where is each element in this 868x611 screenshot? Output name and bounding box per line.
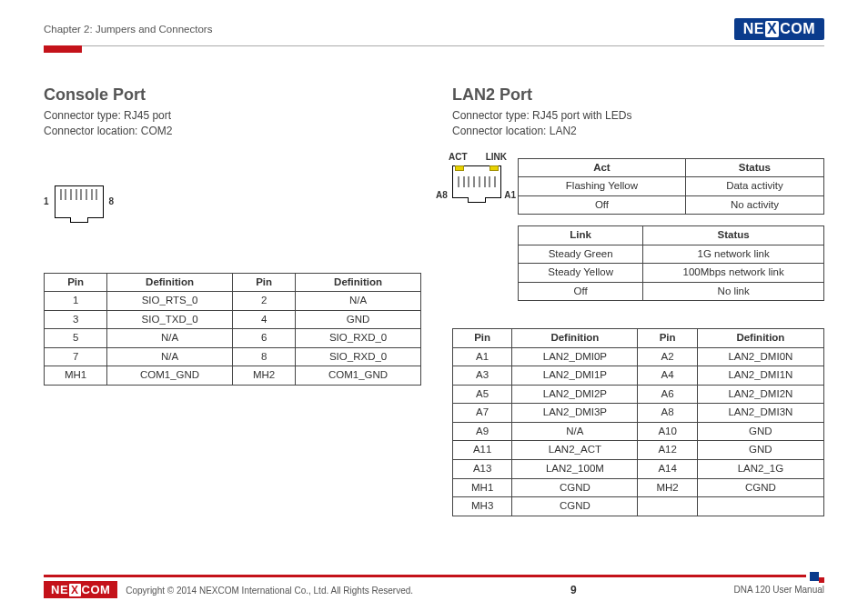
table-cell: No link <box>643 282 824 301</box>
chapter-title: Chapter 2: Jumpers and Connectors <box>44 24 212 35</box>
table-cell: A9 <box>453 422 512 441</box>
console-pin-table: Pin Definition Pin Definition 1SIO_RTS_0… <box>44 273 421 386</box>
table-cell: Steady Yellow <box>519 264 643 283</box>
table-cell: GND <box>697 441 823 460</box>
table-cell: GND <box>697 422 823 441</box>
table-cell: A7 <box>453 404 512 423</box>
table-cell: No activity <box>685 195 823 215</box>
table-cell: COM1_GND <box>296 366 421 386</box>
col-pin: Pin <box>45 273 107 292</box>
pin-1-label: 1 <box>44 196 49 206</box>
table-row: A11LAN2_ACTA12GND <box>453 441 824 460</box>
a8-label: A8 <box>436 190 448 200</box>
console-title: Console Port <box>44 85 421 105</box>
table-cell: LAN2_DMI1N <box>697 366 823 386</box>
table-row: A3LAN2_DMI1PA4LAN2_DMI1N <box>453 366 824 386</box>
table-cell: 8 <box>232 347 295 366</box>
table-cell <box>638 497 697 516</box>
col-def: Definition <box>697 329 823 348</box>
table-row: 1SIO_RTS_02N/A <box>45 292 421 311</box>
header-divider <box>44 45 824 53</box>
a1-label: A1 <box>504 190 516 200</box>
console-type: Connector type: RJ45 port <box>44 108 421 124</box>
table-cell: A6 <box>638 385 697 404</box>
table-row: 5N/A6SIO_RXD_0 <box>45 329 421 348</box>
table-cell: GND <box>296 310 421 329</box>
lan2-port-section: LAN2 Port Connector type: RJ45 port with… <box>452 85 824 516</box>
link-label: LINK <box>486 152 507 162</box>
pin-8-label: 8 <box>109 196 115 206</box>
table-cell: SIO_TXD_0 <box>107 310 233 329</box>
table-cell: Off <box>519 282 643 301</box>
table-cell: 1G network link <box>643 245 824 264</box>
table-cell: CGND <box>512 478 638 497</box>
table-row: Flashing YellowData activity <box>519 177 824 196</box>
table-cell: N/A <box>512 422 638 441</box>
table-cell: MH1 <box>453 478 512 497</box>
console-port-section: Console Port Connector type: RJ45 port C… <box>44 85 421 516</box>
link-led-icon <box>490 165 499 171</box>
table-row: MH1CGNDMH2CGND <box>453 478 824 497</box>
lan2-type: Connector type: RJ45 port with LEDs <box>452 108 824 124</box>
table-cell: 4 <box>232 310 295 329</box>
table-row: Steady Yellow100Mbps network link <box>519 264 824 283</box>
table-cell: 5 <box>45 329 107 348</box>
table-cell: A8 <box>638 404 697 423</box>
table-cell: N/A <box>107 347 233 366</box>
table-cell: Steady Green <box>519 245 643 264</box>
table-cell: A12 <box>638 441 697 460</box>
table-cell: 1 <box>45 292 107 311</box>
table-row: A1LAN2_DMI0PA2LAN2_DMI0N <box>453 347 824 366</box>
table-row: MH3CGND <box>453 497 824 516</box>
col-status: Status <box>685 158 823 177</box>
lan2-title: LAN2 Port <box>452 85 824 105</box>
table-cell: LAN2_DMI2P <box>512 385 638 404</box>
doc-name: DNA 120 User Manual <box>734 585 825 595</box>
act-label: ACT <box>449 152 468 162</box>
col-act: Act <box>519 158 686 177</box>
table-cell: A3 <box>453 366 512 386</box>
table-row: OffNo link <box>519 282 824 301</box>
page-header: Chapter 2: Jumpers and Connectors NEXCOM <box>44 16 824 42</box>
table-cell: A10 <box>638 422 697 441</box>
table-cell: LAN2_100M <box>512 460 638 479</box>
table-cell: LAN2_ACT <box>512 441 638 460</box>
col-pin: Pin <box>232 273 295 292</box>
table-row: OffNo activity <box>519 195 824 215</box>
table-cell: LAN2_DMI3P <box>512 404 638 423</box>
table-cell: MH3 <box>453 497 512 516</box>
console-rj45-diagram: 1 8 <box>44 185 421 218</box>
table-cell: LAN2_DMI0N <box>697 347 823 366</box>
table-cell: A4 <box>638 366 697 386</box>
table-row: A5LAN2_DMI2PA6LAN2_DMI2N <box>453 385 824 404</box>
table-cell: LAN2_DMI3N <box>697 404 823 423</box>
table-cell: MH2 <box>232 366 295 386</box>
table-cell: N/A <box>296 292 421 311</box>
table-cell: Flashing Yellow <box>519 177 686 196</box>
table-row: 7N/A8SIO_RXD_0 <box>45 347 421 366</box>
table-cell: SIO_RTS_0 <box>107 292 233 311</box>
table-cell: LAN2_DMI2N <box>697 385 823 404</box>
copyright-text: Copyright © 2014 NEXCOM International Co… <box>126 586 413 596</box>
table-cell <box>697 497 823 516</box>
col-def: Definition <box>512 329 638 348</box>
col-def: Definition <box>107 273 233 292</box>
page-footer: NEXCOM Copyright © 2014 NEXCOM Internati… <box>44 575 824 598</box>
table-cell: A1 <box>453 347 512 366</box>
table-cell: CGND <box>512 497 638 516</box>
table-cell: A14 <box>638 460 697 479</box>
table-row: MH1COM1_GNDMH2COM1_GND <box>45 366 421 386</box>
lan2-location: Connector location: LAN2 <box>452 124 824 139</box>
table-row: Steady Green1G network link <box>519 245 824 264</box>
table-cell: SIO_RXD_0 <box>296 329 421 348</box>
table-row: A13LAN2_100MA14LAN2_1G <box>453 460 824 479</box>
table-cell: 3 <box>45 310 107 329</box>
table-cell: LAN2_DMI1P <box>512 366 638 386</box>
table-cell: Data activity <box>685 177 823 196</box>
lan2-rj45-diagram: ACT LINK A8 A1 <box>452 165 501 198</box>
table-cell: LAN2_DMI0P <box>512 347 638 366</box>
footer-left: NEXCOM Copyright © 2014 NEXCOM Internati… <box>44 581 413 598</box>
col-status: Status <box>643 226 824 245</box>
table-cell: 6 <box>232 329 295 348</box>
rj45-led-icon <box>452 165 501 198</box>
